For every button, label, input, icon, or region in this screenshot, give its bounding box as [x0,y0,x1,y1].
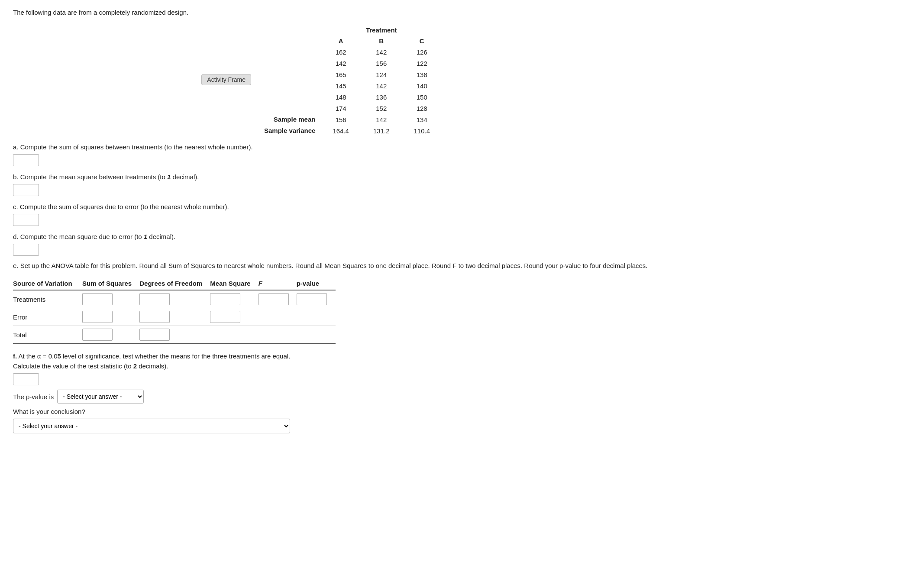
f-section: f. At the α = 0.05 level of significance… [13,352,911,433]
mean-val-2: 134 [402,114,443,125]
conclusion-label: What is your conclusion? [13,408,911,415]
col-hdr-c: C [402,35,443,46]
anova-pv-input-0[interactable] [297,293,327,305]
treatment-table-outer: Sample meanSample varianceTreatmentABC16… [264,24,442,136]
mean-val-1: 142 [361,114,402,125]
data-cell-r0-c2: 126 [402,46,443,58]
data-cell-r4-c0: 148 [320,91,361,103]
data-cell-r5-c2: 128 [402,103,443,114]
anova-header-ss: Sum of Squares [82,277,139,290]
question-a: a. Compute the sum of squares between tr… [13,143,911,151]
data-cell-r3-c0: 145 [320,80,361,91]
anova-ss-input-2[interactable] [82,329,113,341]
var-val-0: 164.4 [320,125,361,136]
var-val-1: 131.2 [361,125,402,136]
data-cell-r3-c1: 142 [361,80,402,91]
anova-df-input-2[interactable] [139,329,170,341]
intro-text: The following data are from a completely… [13,9,911,16]
main-content: Activity FrameSample meanSample variance… [13,24,911,442]
input-f-statistic[interactable] [13,373,39,385]
anova-ms-input-1[interactable] [210,311,240,323]
question-c: c. Compute the sum of squares due to err… [13,203,911,210]
anova-ss-input-1[interactable] [82,311,113,323]
sample-mean-label: Sample mean [264,114,315,125]
anova-ms-input-0[interactable] [210,293,240,305]
data-cell-r4-c1: 136 [361,91,402,103]
treatment-main-hdr: Treatment [320,24,442,35]
data-cell-r4-c2: 150 [402,91,443,103]
data-cell-r2-c0: 165 [320,69,361,80]
col-hdr-b: B [361,35,402,46]
data-cell-r3-c2: 140 [402,80,443,91]
p-value-select[interactable]: - Select your answer -less than .01betwe… [57,390,144,403]
input-a[interactable] [13,154,39,166]
left-spacer: Activity Frame [13,24,264,136]
anova-header-f: F [258,277,297,290]
data-cell-r0-c0: 162 [320,46,361,58]
data-cell-r1-c0: 142 [320,58,361,69]
data-cell-r5-c0: 174 [320,103,361,114]
input-b[interactable] [13,184,39,196]
anova-ss-input-0[interactable] [82,293,113,305]
conclusion-select[interactable]: - Select your answer -Do not reject H0. … [13,419,290,433]
anova-df-input-1[interactable] [139,311,170,323]
var-val-2: 110.4 [402,125,443,136]
anova-row-label-0: Treatments [13,290,82,308]
sample-variance-label: Sample variance [264,125,315,136]
anova-table: Source of Variation Sum of Squares Degre… [13,277,336,344]
data-cell-r0-c1: 142 [361,46,402,58]
question-d: d. Compute the mean square due to error … [13,233,911,240]
question-b: b. Compute the mean square between treat… [13,173,911,181]
p-value-label: The p-value is [13,393,54,400]
anova-row-label-1: Error [13,308,82,326]
table-area: Activity FrameSample meanSample variance… [13,24,911,136]
anova-header-source: Source of Variation [13,277,82,290]
data-cell-r2-c2: 138 [402,69,443,80]
input-c[interactable] [13,214,39,226]
p-value-row: The p-value is - Select your answer -les… [13,390,911,403]
treatment-label-col: Sample meanSample variance [264,24,320,136]
anova-header-df: Degrees of Freedom [139,277,210,290]
data-cell-r1-c1: 156 [361,58,402,69]
alpha-text: f. At the α = 0.05 level of significance… [13,352,911,360]
anova-row-label-2: Total [13,326,82,344]
col-hdr-a: A [320,35,361,46]
conclusion-row: - Select your answer -Do not reject H0. … [13,419,911,433]
data-cell-r5-c1: 152 [361,103,402,114]
data-cell-r1-c2: 122 [402,58,443,69]
question-e: e. Set up the ANOVA table for this probl… [13,262,911,269]
mean-val-0: 156 [320,114,361,125]
data-cell-r2-c1: 124 [361,69,402,80]
calc-text: Calculate the value of the test statisti… [13,362,911,370]
anova-header-ms: Mean Square [210,277,258,290]
anova-f-input-0[interactable] [258,293,289,305]
anova-df-input-0[interactable] [139,293,170,305]
activity-frame-label: Activity Frame [201,74,251,85]
input-d[interactable] [13,244,39,256]
anova-section: Source of Variation Sum of Squares Degre… [13,277,911,344]
treatment-data-tbl: TreatmentABC1621421261421561221651241381… [320,24,442,136]
anova-header-pv: p-value [297,277,336,290]
